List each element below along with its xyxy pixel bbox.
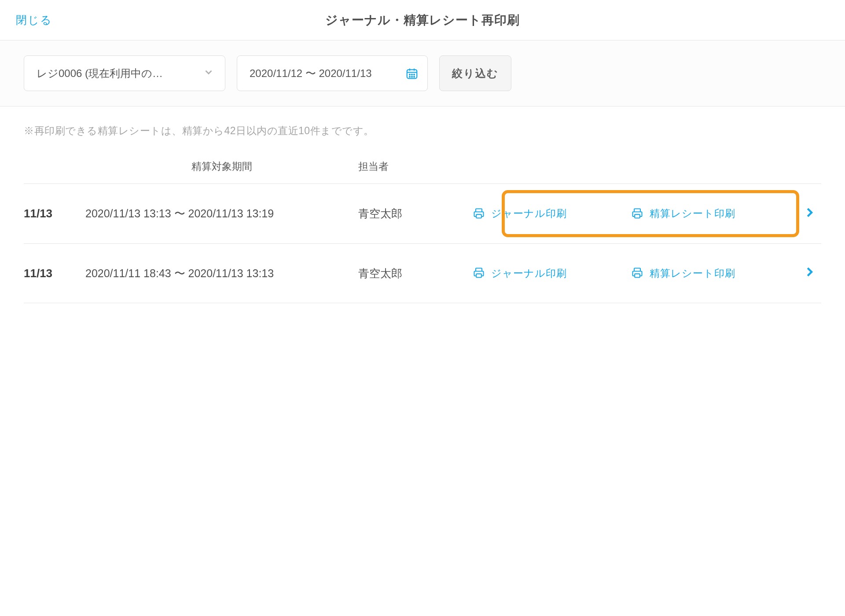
- table-row: 11/13 2020/11/11 18:43 〜 2020/11/13 13:1…: [24, 243, 821, 303]
- svg-point-5: [411, 74, 412, 75]
- chevron-right-icon[interactable]: [790, 205, 816, 223]
- receipt-print-button[interactable]: 精算レシート印刷: [631, 207, 735, 220]
- column-period: 精算対象期間: [85, 160, 358, 173]
- receipt-table: 精算対象期間 担当者 11/13 2020/11/13 13:13 〜 2020…: [0, 149, 845, 303]
- table-header: 精算対象期間 担当者: [24, 149, 821, 183]
- journal-print-button[interactable]: ジャーナル印刷: [473, 267, 567, 280]
- journal-print-button[interactable]: ジャーナル印刷: [473, 207, 567, 220]
- close-button[interactable]: 閉じる: [16, 13, 52, 27]
- printer-icon: [473, 207, 486, 220]
- svg-rect-12: [634, 209, 640, 212]
- cell-period: 2020/11/13 13:13 〜 2020/11/13 13:19: [85, 206, 358, 221]
- calendar-icon: [405, 67, 419, 80]
- date-range-input[interactable]: 2020/11/12 〜 2020/11/13: [237, 55, 428, 91]
- cell-person: 青空太郎: [358, 266, 473, 281]
- header: 閉じる ジャーナル・精算レシート再印刷: [0, 0, 845, 40]
- svg-point-7: [409, 76, 410, 77]
- cell-person: 青空太郎: [358, 206, 473, 221]
- cell-date: 11/13: [24, 267, 85, 280]
- svg-point-9: [414, 76, 415, 77]
- filter-bar: レジ0006 (現在利用中の… 2020/11/12 〜 2020/11/13 …: [0, 40, 845, 106]
- filter-button[interactable]: 絞り込む: [439, 55, 511, 91]
- register-select[interactable]: レジ0006 (現在利用中の…: [24, 55, 225, 91]
- note-text: ※再印刷できる精算レシートは、精算から42日以内の直近10件までです。: [0, 106, 845, 149]
- chevron-down-icon: [203, 66, 214, 80]
- svg-rect-10: [476, 209, 482, 212]
- receipt-print-label: 精算レシート印刷: [650, 207, 735, 220]
- printer-icon: [631, 207, 644, 220]
- receipt-print-label: 精算レシート印刷: [650, 267, 735, 280]
- date-range-value: 2020/11/12 〜 2020/11/13: [250, 66, 372, 81]
- printer-icon: [631, 267, 644, 280]
- svg-point-8: [411, 76, 412, 77]
- printer-icon: [473, 267, 486, 280]
- journal-print-label: ジャーナル印刷: [491, 267, 567, 280]
- cell-period: 2020/11/11 18:43 〜 2020/11/13 13:13: [85, 266, 358, 281]
- journal-print-label: ジャーナル印刷: [491, 207, 567, 220]
- svg-point-6: [414, 74, 415, 75]
- svg-rect-16: [634, 268, 640, 271]
- svg-rect-15: [476, 274, 481, 277]
- table-row: 11/13 2020/11/13 13:13 〜 2020/11/13 13:1…: [24, 183, 821, 243]
- column-person: 担当者: [358, 160, 473, 173]
- register-select-value: レジ0006 (現在利用中の…: [37, 66, 163, 81]
- svg-point-4: [409, 74, 410, 75]
- receipt-print-button[interactable]: 精算レシート印刷: [631, 267, 735, 280]
- cell-date: 11/13: [24, 207, 85, 220]
- svg-rect-17: [635, 274, 640, 277]
- svg-rect-13: [635, 214, 640, 218]
- svg-rect-11: [476, 214, 481, 218]
- chevron-right-icon[interactable]: [790, 264, 816, 282]
- svg-rect-14: [476, 268, 482, 271]
- page-title: ジャーナル・精算レシート再印刷: [325, 12, 520, 29]
